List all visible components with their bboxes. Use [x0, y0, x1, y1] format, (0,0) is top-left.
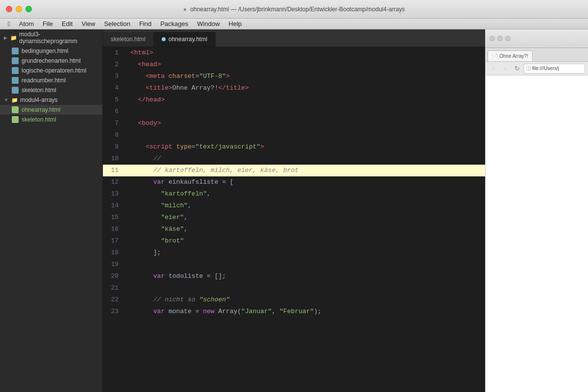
line-content-11: // kartoffeln, milch, eier, käse, brot [126, 165, 298, 176]
menu-edit[interactable]: Edit [58, 19, 76, 28]
sidebar-folder-modul3[interactable]: ▶ 📁 modul3-dynamischeprogramm [0, 29, 102, 46]
browser-tab-bar: 📄 Ohne Array?! [486, 48, 588, 62]
file-name-grundrechenarten: grundrechenarten.html [22, 57, 81, 64]
line-number-8: 8 [103, 129, 126, 141]
code-line-21[interactable]: 21 [103, 282, 485, 294]
minimize-button[interactable] [16, 6, 22, 12]
menu-file[interactable]: File [39, 19, 57, 28]
line-number-11: 11 [103, 165, 126, 176]
tab-bar: skeleton.html ohnearray.html [103, 29, 485, 47]
code-line-23[interactable]: 23 var monate = new Array("Januar", "Feb… [103, 306, 485, 318]
browser-min-btn[interactable] [497, 36, 503, 41]
code-line-18[interactable]: 18 ]; [103, 247, 485, 259]
code-line-10[interactable]: 10 // [103, 153, 485, 165]
modified-indicator: ● [183, 6, 187, 13]
tab-ohnearray[interactable]: ohnearray.html [154, 32, 216, 47]
line-content-6 [126, 106, 130, 118]
line-content-16: "käse", [126, 223, 188, 235]
tab-modified-dot [162, 37, 166, 41]
code-line-2[interactable]: 2 <head> [103, 59, 485, 71]
maximize-button[interactable] [25, 6, 32, 12]
menu-atom[interactable]: Atom [15, 19, 38, 28]
browser-tab-ohnearray[interactable]: 📄 Ohne Array?! [488, 50, 533, 61]
line-number-6: 6 [103, 106, 126, 118]
folder-name-modul3: modul3-dynamischeprogramm [19, 31, 98, 45]
main-container: ▶ 📁 modul3-dynamischeprogramm bedingunge… [0, 29, 588, 392]
code-line-22[interactable]: 22 // nicht so "schoen" [103, 294, 485, 306]
line-content-1: <html> [126, 47, 153, 59]
menu-apple[interactable]:  [4, 19, 14, 28]
line-number-5: 5 [103, 94, 126, 106]
menu-selection[interactable]: Selection [100, 19, 134, 28]
file-name-logische-operatoren: logische-operatoren.html [22, 67, 86, 74]
menubar:  Atom File Edit View Selection Find Pac… [0, 19, 588, 29]
sidebar-file-logische-operatoren[interactable]: logische-operatoren.html [0, 66, 102, 75]
line-content-14: "milch", [126, 200, 192, 212]
file-icon [12, 87, 19, 94]
code-line-13[interactable]: 13 "kartoffeln", [103, 188, 485, 200]
address-bar[interactable]: ⓘ file:///Users/j [524, 64, 585, 74]
lock-icon: ⓘ [526, 65, 531, 72]
menu-packages[interactable]: Packages [156, 19, 192, 28]
back-button[interactable]: ‹ [489, 64, 498, 74]
code-line-17[interactable]: 17 "brot" [103, 235, 485, 247]
sidebar-file-skeleton-modul4[interactable]: skeleton.html [0, 115, 102, 124]
code-line-15[interactable]: 15 "eier", [103, 212, 485, 223]
file-name-skeleton-modul3: skeleton.html [22, 87, 56, 94]
code-line-5[interactable]: 5 </head> [103, 94, 485, 106]
code-line-1[interactable]: 1<html> [103, 47, 485, 59]
code-line-3[interactable]: 3 <meta charset="UTF-8"> [103, 71, 485, 82]
line-content-12: var einkaufsliste = [ [126, 176, 234, 188]
file-name-skeleton-modul4: skeleton.html [22, 116, 56, 123]
code-line-9[interactable]: 9 <script type="text/javascript"> [103, 141, 485, 153]
line-number-1: 1 [103, 47, 126, 59]
sidebar-file-readnumber[interactable]: readnumber.html [0, 75, 102, 85]
line-content-21 [126, 282, 130, 294]
code-line-19[interactable]: 19 [103, 259, 485, 270]
sidebar-file-grundrechenarten[interactable]: grundrechenarten.html [0, 56, 102, 66]
line-number-2: 2 [103, 59, 126, 71]
window-title: ● ohnearray.html — /Users/jbrinkmann/Des… [183, 6, 405, 13]
sidebar-file-ohnearray[interactable]: ohnearray.html [0, 105, 102, 115]
page-icon: 📄 [492, 53, 498, 59]
file-icon-skeleton-modul4 [12, 116, 19, 123]
tab-skeleton[interactable]: skeleton.html [103, 32, 154, 47]
file-icon [12, 67, 19, 74]
code-line-4[interactable]: 4 <title>Ohne Array?!</title> [103, 82, 485, 94]
folder-icon: 📁 [11, 97, 18, 103]
sidebar-folder-modul4[interactable]: ▼ 📁 modul4-arrays [0, 95, 102, 105]
code-editor[interactable]: 1<html>2 <head>3 <meta charset="UTF-8">4… [103, 47, 485, 392]
code-line-8[interactable]: 8 [103, 129, 485, 141]
menu-window[interactable]: Window [193, 19, 223, 28]
file-name-bedingungen: bedingungen.html [22, 48, 68, 54]
browser-close-btn[interactable] [490, 36, 495, 41]
forward-button[interactable]: › [500, 64, 510, 74]
folder-name-modul4: modul4-arrays [20, 97, 58, 103]
code-line-12[interactable]: 12 var einkaufsliste = [ [103, 176, 485, 188]
line-number-3: 3 [103, 71, 126, 82]
sidebar-file-bedingungen[interactable]: bedingungen.html [0, 46, 102, 56]
browser-max-btn[interactable] [505, 36, 511, 41]
code-line-20[interactable]: 20 var todoliste = []; [103, 270, 485, 282]
file-icon-ohnearray [12, 106, 19, 113]
editor-area: skeleton.html ohnearray.html 1<html>2 <h… [103, 29, 485, 392]
menu-find[interactable]: Find [135, 19, 155, 28]
line-content-15: "eier", [126, 212, 188, 223]
code-line-7[interactable]: 7 <body> [103, 118, 485, 129]
sidebar: ▶ 📁 modul3-dynamischeprogramm bedingunge… [0, 29, 103, 392]
code-line-11[interactable]: 11 // kartoffeln, milch, eier, käse, bro… [103, 165, 485, 176]
browser-content [486, 75, 588, 392]
line-number-18: 18 [103, 247, 126, 259]
menu-help[interactable]: Help [225, 19, 246, 28]
close-button[interactable] [6, 6, 12, 12]
code-line-16[interactable]: 16 "käse", [103, 223, 485, 235]
code-line-14[interactable]: 14 "milch", [103, 200, 485, 212]
sidebar-file-skeleton-modul3[interactable]: skeleton.html [0, 85, 102, 95]
reload-button[interactable]: ↻ [512, 64, 522, 74]
line-number-12: 12 [103, 176, 126, 188]
line-number-7: 7 [103, 118, 126, 129]
menu-view[interactable]: View [77, 19, 99, 28]
browser-panel: 📄 Ohne Array?! ‹ › ↻ ⓘ file:///Users/j [485, 29, 588, 392]
line-number-23: 23 [103, 306, 126, 318]
code-line-6[interactable]: 6 [103, 106, 485, 118]
